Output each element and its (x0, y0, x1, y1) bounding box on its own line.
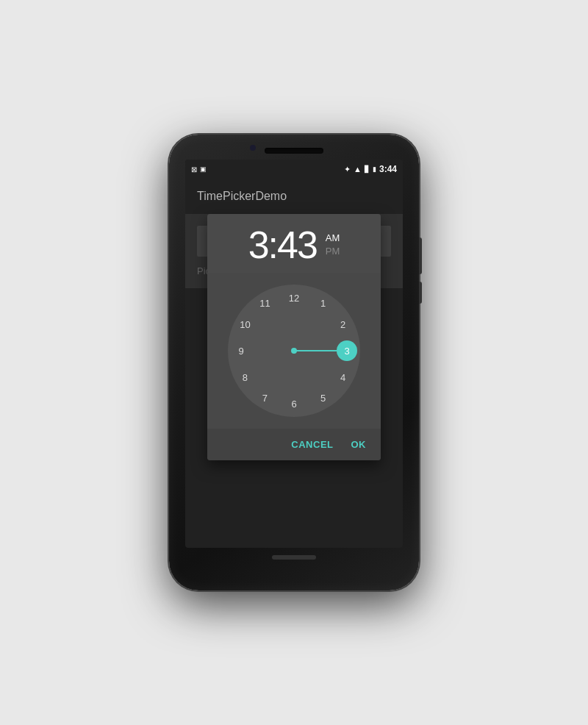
clock-12[interactable]: 12 (285, 289, 303, 307)
battery-icon: ▮ (373, 165, 376, 173)
clock-6[interactable]: 6 (285, 395, 303, 413)
clock-5[interactable]: 5 (315, 390, 332, 407)
ampm-container: AM PM (326, 232, 340, 257)
clock-face[interactable]: 12 1 2 3 4 (228, 285, 360, 417)
status-bar: ⊠ ▣ ✦ ▲ ▊ ▮ 3:44 (185, 160, 403, 179)
notification-icon: ⊠ (191, 165, 197, 174)
clock-8[interactable]: 8 (236, 368, 254, 386)
status-time: 3:44 (379, 164, 397, 174)
status-right-icons: ✦ ▲ ▊ ▮ 3:44 (344, 164, 397, 174)
clock-7[interactable]: 7 (256, 390, 273, 407)
volume-up-button[interactable] (419, 238, 422, 274)
cancel-button[interactable]: CANCEL (285, 435, 339, 454)
clock-2[interactable]: 2 (334, 315, 352, 333)
time-header: 3:43 AM PM (207, 214, 381, 273)
hours-display[interactable]: 3 (248, 224, 268, 266)
clock-1[interactable]: 1 (315, 294, 332, 312)
camera (250, 145, 256, 151)
status-left-icons: ⊠ ▣ (191, 165, 207, 174)
clock-10[interactable]: 10 (236, 315, 254, 333)
home-bar (272, 555, 316, 560)
dialog-buttons: CANCEL OK (207, 429, 381, 460)
wifi-icon: ▲ (354, 165, 362, 174)
clock-9[interactable]: 9 (232, 342, 250, 360)
volume-down-button[interactable] (419, 282, 422, 304)
clock-4[interactable]: 4 (334, 368, 352, 386)
signal-icon: ▊ (365, 165, 370, 173)
clock-container: 12 1 2 3 4 (207, 273, 381, 429)
am-label[interactable]: AM (326, 232, 340, 244)
clock-3[interactable]: 3 (338, 342, 356, 360)
clock-11[interactable]: 11 (256, 294, 273, 312)
minutes-display[interactable]: 43 (277, 224, 317, 266)
app-bar: TimePickerDemo (185, 179, 403, 214)
ok-button[interactable]: OK (345, 435, 373, 454)
speaker (265, 148, 323, 154)
timepicker-dialog: 3:43 AM PM (207, 214, 381, 460)
bluetooth-icon: ✦ (344, 165, 351, 174)
time-separator: : (268, 224, 277, 266)
phone-frame: ⊠ ▣ ✦ ▲ ▊ ▮ 3:44 TimePickerDemo PICK TIM… (169, 135, 419, 590)
pm-label[interactable]: PM (326, 246, 340, 257)
time-display: 3:43 (248, 226, 317, 264)
phone-screen: ⊠ ▣ ✦ ▲ ▊ ▮ 3:44 TimePickerDemo PICK TIM… (185, 160, 403, 548)
svg-point-1 (291, 348, 297, 354)
sim-icon: ▣ (200, 165, 207, 173)
app-title: TimePickerDemo (197, 190, 287, 203)
